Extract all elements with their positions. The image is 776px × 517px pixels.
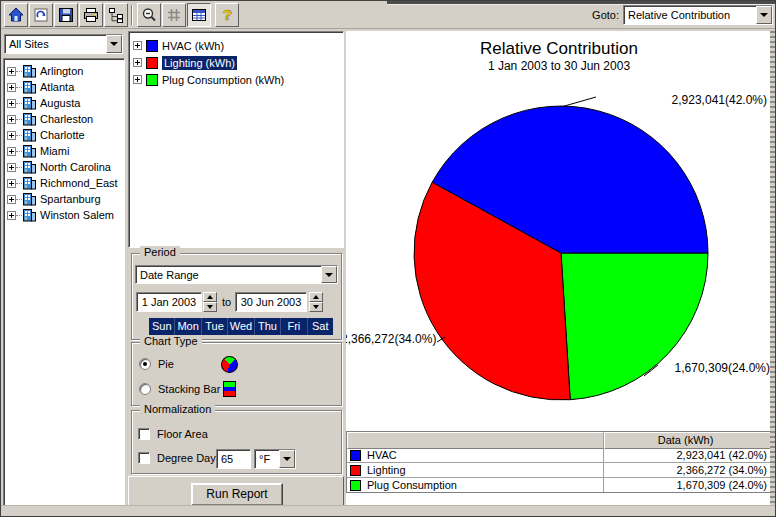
callout-leader-line xyxy=(561,97,596,107)
table-row[interactable]: Lighting 2,366,272 (34.0%) xyxy=(347,462,771,477)
legend-item-lighting[interactable]: Lighting (kWh) xyxy=(129,54,343,71)
row-name: Lighting xyxy=(367,464,406,476)
building-icon xyxy=(22,176,37,190)
save-button[interactable] xyxy=(54,3,78,27)
legend-item-plug-consumption[interactable]: Plug Consumption (kWh) xyxy=(129,71,343,88)
end-date-field[interactable]: 30 Jun 2003 xyxy=(235,292,307,312)
application-window: ?? Goto: Relative Contribution All Sites… xyxy=(0,0,776,517)
spin-up-icon[interactable] xyxy=(309,292,323,302)
help-icon: ?? xyxy=(218,6,236,24)
expand-icon[interactable] xyxy=(133,75,142,84)
site-filter-dropdown-arrow-icon[interactable] xyxy=(106,35,122,53)
day-toggle-mon[interactable]: Mon xyxy=(175,318,201,335)
day-toggle-sat[interactable]: Sat xyxy=(308,318,333,335)
callout-plug: 1,670,309(24.0%) xyxy=(675,361,770,375)
expand-icon[interactable] xyxy=(7,83,16,92)
toolbar-separator xyxy=(131,5,133,25)
expand-icon[interactable] xyxy=(133,41,142,50)
spin-up-icon[interactable] xyxy=(203,292,217,302)
site-label: Charleston xyxy=(40,113,93,125)
day-toggle-wed[interactable]: Wed xyxy=(228,318,254,335)
tree-item-site[interactable]: Arlington xyxy=(4,63,124,79)
goto-combobox[interactable]: Relative Contribution xyxy=(623,5,773,25)
degree-day-value-input[interactable] xyxy=(216,449,251,469)
legend-label: Plug Consumption (kWh) xyxy=(162,74,284,86)
site-label: Atlanta xyxy=(40,81,74,93)
day-toggle-fri[interactable]: Fri xyxy=(281,318,307,335)
site-label: Charlotte xyxy=(40,129,85,141)
building-icon xyxy=(22,96,37,110)
home-icon xyxy=(7,6,25,24)
expand-icon[interactable] xyxy=(7,131,16,140)
pie-slice-plug-consumption[interactable] xyxy=(561,253,708,400)
run-report-button[interactable]: Run Report xyxy=(191,483,283,506)
degree-unit-combobox[interactable]: °F xyxy=(254,449,296,469)
expand-icon[interactable] xyxy=(7,67,16,76)
zoom-out-button[interactable] xyxy=(137,3,161,27)
tree-item-site[interactable]: Winston Salem xyxy=(4,207,124,223)
tree-item-site[interactable]: North Carolina xyxy=(4,159,124,175)
expand-icon[interactable] xyxy=(7,115,16,124)
tree-item-site[interactable]: Augusta xyxy=(4,95,124,111)
expand-icon[interactable] xyxy=(7,163,16,172)
pie-radio[interactable] xyxy=(139,358,151,370)
right-splitter[interactable] xyxy=(770,31,775,505)
tree-item-site[interactable]: Atlanta xyxy=(4,79,124,95)
home-button[interactable] xyxy=(4,3,28,27)
series-color-swatch xyxy=(146,74,158,86)
print-button[interactable] xyxy=(79,3,103,27)
stacking-bar-icon xyxy=(223,381,236,397)
floor-area-checkbox[interactable] xyxy=(138,428,150,440)
refresh-button[interactable] xyxy=(29,3,53,27)
expand-icon[interactable] xyxy=(7,99,16,108)
tree-item-site[interactable]: Spartanburg xyxy=(4,191,124,207)
spin-down-icon[interactable] xyxy=(203,302,217,312)
start-date-field[interactable]: 1 Jan 2003 xyxy=(136,292,202,312)
start-date-spinner[interactable] xyxy=(203,292,217,312)
site-label: Augusta xyxy=(40,97,80,109)
help-button[interactable]: ?? xyxy=(215,3,239,27)
day-toggle-tue[interactable]: Tue xyxy=(202,318,228,335)
day-toggle-thu[interactable]: Thu xyxy=(255,318,281,335)
pie-radio-row[interactable]: Pie xyxy=(139,358,174,370)
normalization-title: Normalization xyxy=(140,403,215,415)
pie-radio-label: Pie xyxy=(158,358,174,370)
degree-unit-dropdown-arrow-icon[interactable] xyxy=(279,450,295,468)
table-row[interactable]: Plug Consumption 1,670,309 (24.0%) xyxy=(347,477,771,492)
tree-item-site[interactable]: Charleston xyxy=(4,111,124,127)
svg-text:?: ? xyxy=(222,6,231,23)
site-tree-button[interactable] xyxy=(104,3,128,27)
tree-item-site[interactable]: Charlotte xyxy=(4,127,124,143)
stacking-bar-radio-row[interactable]: Stacking Bar xyxy=(139,383,220,395)
tree-item-site[interactable]: Richmond_East xyxy=(4,175,124,191)
refresh-icon xyxy=(32,6,50,24)
goto-dropdown-arrow-icon[interactable] xyxy=(756,6,772,24)
table-row[interactable]: HVAC 2,923,041 (42.0%) xyxy=(347,447,771,462)
date-range-type-combobox[interactable]: Date Range xyxy=(135,265,338,284)
day-of-week-bar: Sun Mon Tue Wed Thu Fri Sat xyxy=(149,318,333,335)
building-icon xyxy=(22,160,37,174)
floor-area-label: Floor Area xyxy=(157,428,208,440)
expand-icon[interactable] xyxy=(7,211,16,220)
floor-area-row[interactable]: Floor Area xyxy=(138,428,208,440)
tree-item-site[interactable]: Miami xyxy=(4,143,124,159)
expand-icon[interactable] xyxy=(133,58,142,67)
expand-icon[interactable] xyxy=(7,147,16,156)
spin-down-icon[interactable] xyxy=(309,302,323,312)
stacking-bar-radio[interactable] xyxy=(139,383,151,395)
grid-button[interactable] xyxy=(162,3,186,27)
grid-icon xyxy=(165,6,183,24)
chart-type-groupbox: Chart Type xyxy=(131,342,342,406)
expand-icon[interactable] xyxy=(7,195,16,204)
expand-icon[interactable] xyxy=(7,179,16,188)
end-date-spinner[interactable] xyxy=(309,292,323,312)
degree-day-checkbox[interactable] xyxy=(138,452,150,464)
date-range-dropdown-arrow-icon[interactable] xyxy=(321,266,337,283)
site-filter-combobox[interactable]: All Sites xyxy=(4,34,123,54)
table-view-button[interactable] xyxy=(187,3,211,27)
building-icon xyxy=(22,128,37,142)
degree-day-row[interactable]: Degree Day xyxy=(138,452,216,464)
legend-item-hvac[interactable]: HVAC (kWh) xyxy=(129,37,343,54)
day-toggle-sun[interactable]: Sun xyxy=(149,318,175,335)
building-icon xyxy=(22,144,37,158)
